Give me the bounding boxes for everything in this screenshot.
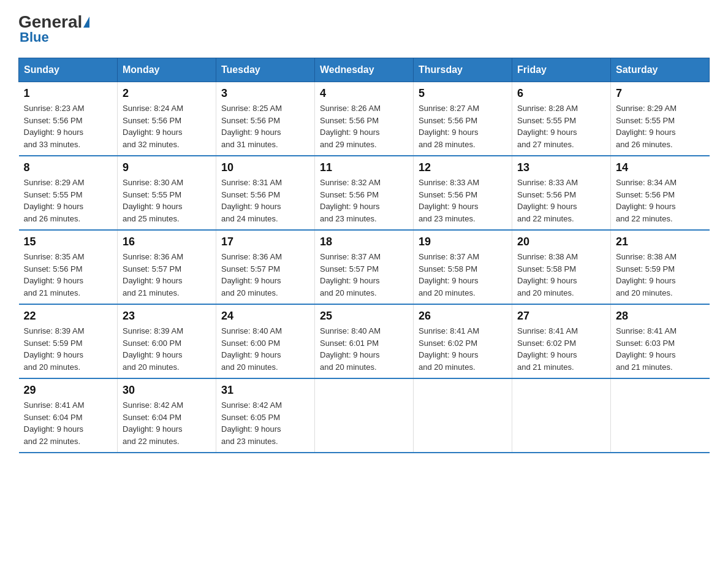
calendar-week-row: 29 Sunrise: 8:41 AMSunset: 6:04 PMDaylig…	[19, 378, 710, 453]
day-number: 23	[123, 310, 211, 323]
day-number: 14	[616, 161, 705, 174]
day-info: Sunrise: 8:42 AMSunset: 6:04 PMDaylight:…	[123, 400, 183, 446]
day-of-week-thursday: Thursday	[414, 58, 512, 82]
logo-triangle-icon	[83, 17, 89, 28]
calendar-cell: 13 Sunrise: 8:33 AMSunset: 5:56 PMDaylig…	[512, 156, 611, 230]
day-number: 12	[419, 161, 507, 174]
calendar-cell: 9 Sunrise: 8:30 AMSunset: 5:55 PMDayligh…	[118, 156, 216, 230]
day-number: 28	[616, 310, 705, 323]
day-info: Sunrise: 8:30 AMSunset: 5:55 PMDaylight:…	[123, 178, 183, 223]
calendar-cell: 27 Sunrise: 8:41 AMSunset: 6:02 PMDaylig…	[512, 304, 611, 378]
calendar-cell: 1 Sunrise: 8:23 AMSunset: 5:56 PMDayligh…	[19, 82, 118, 156]
day-number: 27	[517, 310, 605, 323]
day-number: 4	[320, 87, 408, 100]
calendar-week-row: 22 Sunrise: 8:39 AMSunset: 5:59 PMDaylig…	[19, 304, 710, 378]
day-info: Sunrise: 8:26 AMSunset: 5:56 PMDaylight:…	[320, 104, 381, 149]
day-info: Sunrise: 8:36 AMSunset: 5:57 PMDaylight:…	[221, 252, 282, 297]
calendar-cell: 4 Sunrise: 8:26 AMSunset: 5:56 PMDayligh…	[315, 82, 414, 156]
day-info: Sunrise: 8:39 AMSunset: 6:00 PMDaylight:…	[123, 326, 183, 372]
calendar-week-row: 15 Sunrise: 8:35 AMSunset: 5:56 PMDaylig…	[19, 230, 710, 304]
day-number: 5	[419, 87, 507, 100]
day-of-week-sunday: Sunday	[19, 58, 118, 82]
day-number: 16	[123, 236, 211, 248]
calendar-cell: 29 Sunrise: 8:41 AMSunset: 6:04 PMDaylig…	[19, 378, 118, 453]
day-info: Sunrise: 8:23 AMSunset: 5:56 PMDaylight:…	[24, 104, 85, 149]
calendar-cell: 8 Sunrise: 8:29 AMSunset: 5:55 PMDayligh…	[19, 156, 118, 230]
page-header: General Blue	[18, 12, 710, 45]
day-info: Sunrise: 8:41 AMSunset: 6:03 PMDaylight:…	[616, 326, 677, 372]
day-info: Sunrise: 8:36 AMSunset: 5:57 PMDaylight:…	[123, 252, 183, 297]
calendar-cell: 25 Sunrise: 8:40 AMSunset: 6:01 PMDaylig…	[315, 304, 414, 378]
day-number: 26	[419, 310, 507, 323]
calendar-cell: 5 Sunrise: 8:27 AMSunset: 5:56 PMDayligh…	[414, 82, 512, 156]
calendar-cell: 19 Sunrise: 8:37 AMSunset: 5:58 PMDaylig…	[414, 230, 512, 304]
day-number: 11	[320, 161, 408, 174]
calendar-cell: 14 Sunrise: 8:34 AMSunset: 5:56 PMDaylig…	[611, 156, 710, 230]
day-info: Sunrise: 8:39 AMSunset: 5:59 PMDaylight:…	[24, 326, 85, 372]
day-number: 15	[24, 236, 113, 248]
calendar-cell	[315, 378, 414, 453]
day-info: Sunrise: 8:25 AMSunset: 5:56 PMDaylight:…	[221, 104, 282, 149]
calendar-week-row: 8 Sunrise: 8:29 AMSunset: 5:55 PMDayligh…	[19, 156, 710, 230]
calendar-week-row: 1 Sunrise: 8:23 AMSunset: 5:56 PMDayligh…	[19, 82, 710, 156]
calendar-cell	[611, 378, 710, 453]
calendar-cell: 12 Sunrise: 8:33 AMSunset: 5:56 PMDaylig…	[414, 156, 512, 230]
day-number: 7	[616, 87, 705, 100]
day-number: 2	[123, 87, 211, 100]
day-info: Sunrise: 8:33 AMSunset: 5:56 PMDaylight:…	[517, 178, 578, 223]
day-number: 17	[221, 236, 309, 248]
day-number: 29	[24, 384, 113, 397]
day-info: Sunrise: 8:40 AMSunset: 6:00 PMDaylight:…	[221, 326, 282, 372]
calendar-cell: 3 Sunrise: 8:25 AMSunset: 5:56 PMDayligh…	[216, 82, 315, 156]
day-info: Sunrise: 8:29 AMSunset: 5:55 PMDaylight:…	[616, 104, 677, 149]
day-info: Sunrise: 8:38 AMSunset: 5:58 PMDaylight:…	[517, 252, 578, 297]
day-info: Sunrise: 8:38 AMSunset: 5:59 PMDaylight:…	[616, 252, 677, 297]
day-info: Sunrise: 8:31 AMSunset: 5:56 PMDaylight:…	[221, 178, 282, 223]
calendar-cell	[512, 378, 611, 453]
day-info: Sunrise: 8:28 AMSunset: 5:55 PMDaylight:…	[517, 104, 578, 149]
day-number: 9	[123, 161, 211, 174]
calendar-cell	[414, 378, 512, 453]
logo: General Blue	[18, 12, 91, 45]
calendar-cell: 2 Sunrise: 8:24 AMSunset: 5:56 PMDayligh…	[118, 82, 216, 156]
calendar-cell: 30 Sunrise: 8:42 AMSunset: 6:04 PMDaylig…	[118, 378, 216, 453]
day-info: Sunrise: 8:41 AMSunset: 6:02 PMDaylight:…	[517, 326, 578, 372]
day-info: Sunrise: 8:37 AMSunset: 5:57 PMDaylight:…	[320, 252, 381, 297]
day-info: Sunrise: 8:32 AMSunset: 5:56 PMDaylight:…	[320, 178, 381, 223]
day-number: 1	[24, 87, 113, 100]
day-number: 13	[517, 161, 605, 174]
day-of-week-tuesday: Tuesday	[216, 58, 315, 82]
day-info: Sunrise: 8:27 AMSunset: 5:56 PMDaylight:…	[419, 104, 479, 149]
day-info: Sunrise: 8:40 AMSunset: 6:01 PMDaylight:…	[320, 326, 381, 372]
day-info: Sunrise: 8:41 AMSunset: 6:04 PMDaylight:…	[24, 400, 85, 446]
day-number: 6	[517, 87, 605, 100]
calendar-cell: 7 Sunrise: 8:29 AMSunset: 5:55 PMDayligh…	[611, 82, 710, 156]
day-number: 21	[616, 236, 705, 248]
day-number: 19	[419, 236, 507, 248]
calendar-cell: 10 Sunrise: 8:31 AMSunset: 5:56 PMDaylig…	[216, 156, 315, 230]
day-number: 31	[221, 384, 309, 397]
day-number: 3	[221, 87, 309, 100]
day-number: 30	[123, 384, 211, 397]
day-info: Sunrise: 8:24 AMSunset: 5:56 PMDaylight:…	[123, 104, 183, 149]
day-info: Sunrise: 8:42 AMSunset: 6:05 PMDaylight:…	[221, 400, 282, 446]
day-number: 20	[517, 236, 605, 248]
logo-blue-text: Blue	[20, 29, 49, 45]
calendar-cell: 31 Sunrise: 8:42 AMSunset: 6:05 PMDaylig…	[216, 378, 315, 453]
day-info: Sunrise: 8:41 AMSunset: 6:02 PMDaylight:…	[419, 326, 479, 372]
day-info: Sunrise: 8:37 AMSunset: 5:58 PMDaylight:…	[419, 252, 479, 297]
day-number: 8	[24, 161, 113, 174]
calendar-cell: 22 Sunrise: 8:39 AMSunset: 5:59 PMDaylig…	[19, 304, 118, 378]
calendar-cell: 21 Sunrise: 8:38 AMSunset: 5:59 PMDaylig…	[611, 230, 710, 304]
day-of-week-wednesday: Wednesday	[315, 58, 414, 82]
calendar-table: SundayMondayTuesdayWednesdayThursdayFrid…	[18, 58, 710, 453]
day-info: Sunrise: 8:35 AMSunset: 5:56 PMDaylight:…	[24, 252, 85, 297]
calendar-cell: 20 Sunrise: 8:38 AMSunset: 5:58 PMDaylig…	[512, 230, 611, 304]
day-of-week-monday: Monday	[118, 58, 216, 82]
calendar-cell: 16 Sunrise: 8:36 AMSunset: 5:57 PMDaylig…	[118, 230, 216, 304]
day-info: Sunrise: 8:33 AMSunset: 5:56 PMDaylight:…	[419, 178, 479, 223]
calendar-cell: 24 Sunrise: 8:40 AMSunset: 6:00 PMDaylig…	[216, 304, 315, 378]
calendar-cell: 17 Sunrise: 8:36 AMSunset: 5:57 PMDaylig…	[216, 230, 315, 304]
day-info: Sunrise: 8:34 AMSunset: 5:56 PMDaylight:…	[616, 178, 677, 223]
day-number: 22	[24, 310, 113, 323]
